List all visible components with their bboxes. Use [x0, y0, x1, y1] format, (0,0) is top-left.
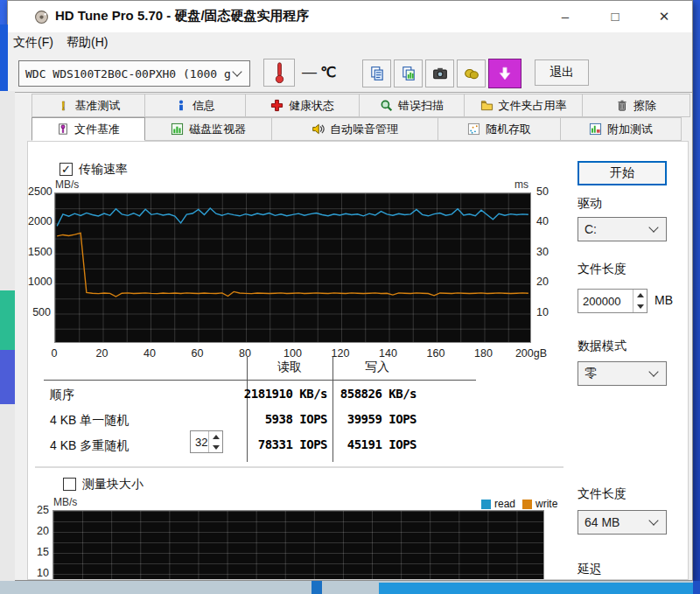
- down-arrow-icon[interactable]: [637, 304, 644, 309]
- tab-file-benchmark[interactable]: 文件基准: [32, 117, 145, 141]
- block-size-checkbox[interactable]: [63, 478, 76, 491]
- hdtune-window: HD Tune Pro 5.70 - 硬盘/固态硬盘实用程序 – □ ✕ 文件(…: [7, 0, 693, 581]
- tab-error-scan[interactable]: 错误扫描: [360, 94, 465, 117]
- file-benchmark-icon: [57, 122, 69, 136]
- tab-extra-tests[interactable]: 附加测试: [561, 117, 682, 141]
- stepper-arrows[interactable]: [633, 290, 647, 312]
- y-left-axis-title: MB/s: [55, 178, 79, 191]
- x-axis-tick: 120: [332, 347, 350, 360]
- close-icon[interactable]: ✕: [653, 6, 676, 27]
- copy-image-button[interactable]: [394, 59, 423, 87]
- tab-noise-management[interactable]: 自动噪音管理: [272, 117, 438, 141]
- file-length-stepper[interactable]: 200000: [578, 289, 648, 313]
- thermometer-icon: [273, 61, 286, 84]
- donate-button[interactable]: [457, 59, 486, 87]
- tab-label: 信息: [192, 98, 215, 114]
- background-window-fragment: [0, 24, 8, 91]
- file-length2-label: 文件长度: [578, 486, 626, 502]
- chevron-down-icon: [648, 367, 658, 376]
- drive-label: 驱动: [578, 196, 602, 212]
- file-length2-combobox[interactable]: 64 MB: [578, 510, 667, 535]
- y-axis-tick-2: 25: [28, 504, 49, 516]
- data-mode-label: 数据模式: [578, 339, 626, 354]
- legend-read: read: [481, 498, 515, 510]
- drive-select-value: WDC WDS100T2B0C-00PXH0 (1000 gB): [19, 67, 230, 80]
- y-axis-tick-right: 20: [536, 276, 559, 288]
- data-mode-combobox[interactable]: 零: [578, 361, 667, 386]
- window-title: HD Tune Pro 5.70 - 硬盘/固态硬盘实用程序: [55, 8, 310, 24]
- tab-label: 随机存取: [486, 122, 531, 137]
- x-axis-tick: 200gB: [515, 347, 547, 360]
- table-header-rule: [44, 380, 476, 381]
- file-length-unit: MB: [654, 293, 673, 307]
- update-download-button[interactable]: [488, 59, 522, 88]
- legend-write-swatch: [522, 500, 532, 509]
- tab-health[interactable]: 健康状态: [246, 94, 360, 117]
- section-separator: [35, 466, 564, 468]
- exit-button-label: 退出: [550, 65, 574, 80]
- x-axis-tick: 0: [52, 347, 58, 360]
- y-axis-title-2: MB/s: [53, 496, 77, 508]
- menu-file[interactable]: 文件(F): [13, 35, 53, 51]
- file-length-value: 200000: [578, 290, 633, 312]
- data-mode-value: 零: [578, 366, 647, 381]
- y-axis-tick-left: 1000: [28, 276, 51, 288]
- write-column-header: 写入: [333, 360, 421, 375]
- maximize-icon[interactable]: □: [604, 6, 626, 27]
- tab-benchmark[interactable]: ! 基准测试: [32, 94, 145, 117]
- tab-label: 磁盘监视器: [189, 122, 246, 137]
- tab-random-access[interactable]: 随机存取: [438, 117, 561, 141]
- row-label-4k-multi: 4 KB 多重随机: [50, 438, 129, 454]
- latency-label: 延迟: [578, 562, 602, 577]
- menu-help[interactable]: 帮助(H): [66, 35, 108, 51]
- chevron-down-icon: [648, 515, 658, 525]
- row-label-4k-single: 4 KB 单一随机: [50, 413, 129, 429]
- transfer-rate-checkbox[interactable]: ✓: [60, 163, 73, 176]
- read-line: [57, 208, 528, 226]
- y-axis-tick-left: 1500: [28, 246, 51, 258]
- background-window-fragment: [693, 581, 700, 594]
- x-axis-tick: 140: [379, 347, 397, 360]
- tab-folder-usage[interactable]: 文件夹占用率: [465, 94, 583, 117]
- minimize-icon[interactable]: –: [554, 6, 577, 27]
- benchmark-icon: !: [57, 99, 70, 112]
- y-axis-tick-right: 50: [536, 185, 559, 198]
- temperature-button[interactable]: [263, 59, 295, 87]
- error-scan-icon: [380, 99, 393, 112]
- y-axis-tick-right: 10: [536, 306, 559, 318]
- chevron-down-icon: [648, 222, 658, 232]
- transfer-rate-chart: [54, 192, 531, 343]
- tab-label: 健康状态: [289, 98, 334, 114]
- folder-usage-icon: [480, 99, 494, 112]
- copy-text-button[interactable]: [362, 59, 391, 87]
- erase-icon: [616, 99, 628, 112]
- y-axis-tick-right: 40: [536, 215, 559, 227]
- screenshot-button[interactable]: [425, 59, 454, 87]
- tab-label: 文件夹占用率: [499, 98, 567, 114]
- up-arrow-icon[interactable]: [637, 293, 644, 297]
- app-icon: [34, 10, 49, 28]
- chevron-down-icon: [232, 66, 242, 76]
- tab-erase[interactable]: 擦除: [583, 94, 690, 117]
- drive-select[interactable]: WDC WDS100T2B0C-00PXH0 (1000 gB): [18, 60, 250, 87]
- tab-disk-monitor[interactable]: 磁盘监视器: [145, 117, 272, 141]
- block-size-label: 测量块大小: [82, 477, 144, 493]
- exit-button[interactable]: 退出: [535, 59, 589, 86]
- title-bar[interactable]: HD Tune Pro 5.70 - 硬盘/固态硬盘实用程序 – □ ✕: [8, 1, 692, 32]
- drive-combobox[interactable]: C:: [578, 217, 667, 241]
- y-axis-tick-2: 15: [28, 546, 49, 558]
- tab-label: 错误扫描: [398, 98, 444, 114]
- toolbar: WDC WDS100T2B0C-00PXH0 (1000 gB) — ℃: [8, 53, 692, 92]
- start-button[interactable]: 开始: [578, 161, 667, 185]
- transfer-rate-label: 传输速率: [79, 162, 128, 178]
- y-axis-tick-2: 10: [28, 567, 49, 579]
- file-length-label: 文件长度: [578, 262, 626, 277]
- row-label-sequential: 顺序: [50, 388, 74, 403]
- sequential-write-value: 858826 KB/s: [285, 387, 416, 401]
- tab-strip-secondary: 文件基准 磁盘监视器 自动噪音管理 随机存取 附加测试: [32, 117, 690, 141]
- file-benchmark-panel: ✓ 传输速率 MB/s ms 读取 写入 顺序 2181910 KB/s 858…: [27, 141, 689, 580]
- checkmark-icon: ✓: [61, 163, 71, 176]
- health-icon: [270, 99, 284, 112]
- menu-bar: 文件(F) 帮助(H): [8, 32, 692, 53]
- tab-info[interactable]: 信息: [145, 94, 246, 117]
